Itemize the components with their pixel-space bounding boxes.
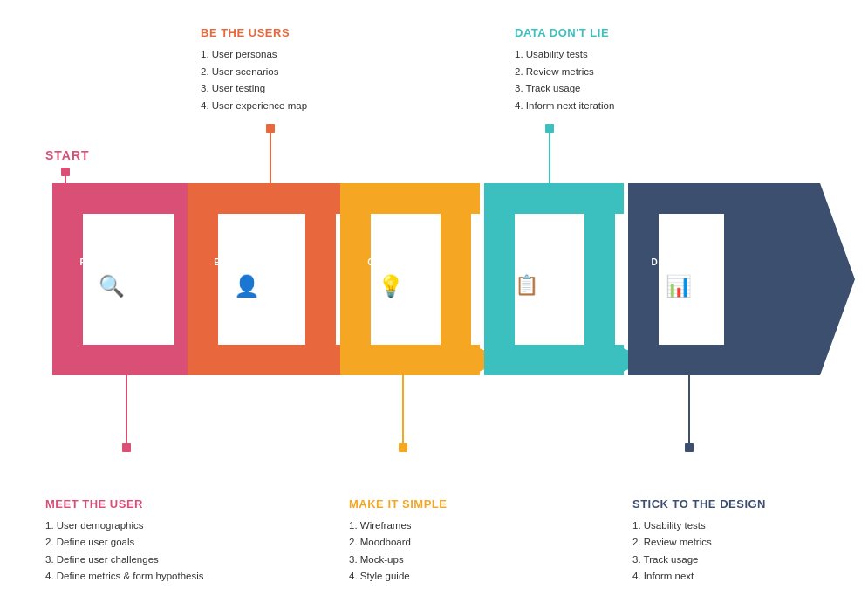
list-item: 2. Review metrics xyxy=(632,534,824,552)
svg-rect-47 xyxy=(685,443,694,452)
list-item: 2. Moodboard xyxy=(349,534,502,552)
list-item: 1. User personas xyxy=(201,46,307,64)
svg-rect-18 xyxy=(441,214,471,345)
svg-rect-33 xyxy=(628,183,755,214)
list-item: 3. Mock-ups xyxy=(349,552,502,569)
svg-rect-23 xyxy=(484,214,515,345)
svg-rect-7 xyxy=(52,345,205,375)
bottom-label-develop: STICK TO THE DESIGN 1. Usability tests 2… xyxy=(632,497,824,586)
list-item: 1. User demographics xyxy=(45,517,215,535)
top-label-test: DATA DON'T LIE 1. Usability tests 2. Rev… xyxy=(515,26,614,114)
list-item: 3. Track usage xyxy=(515,80,614,98)
list-item: 2. User scenarios xyxy=(201,64,307,81)
svg-rect-21 xyxy=(371,214,441,345)
svg-rect-24 xyxy=(584,214,615,345)
list-item: 3. Track usage xyxy=(632,552,824,569)
bottom-label-research-list: 1. User demographics 2. Define user goal… xyxy=(45,517,215,586)
list-item: 4. Style guide xyxy=(349,568,502,586)
svg-rect-37 xyxy=(266,124,275,133)
svg-rect-19 xyxy=(340,345,480,375)
start-label: START xyxy=(45,148,90,162)
list-item: 4. Define metrics & form hypothesis xyxy=(45,568,215,586)
svg-rect-45 xyxy=(399,443,407,452)
bottom-label-create-title: MAKE IT SIMPLE xyxy=(349,497,502,511)
list-item: 4. User experience map xyxy=(201,98,307,115)
svg-rect-32 xyxy=(724,214,755,345)
top-label-empathize: BE THE USERS 1. User personas 2. User sc… xyxy=(201,26,307,114)
list-item: 4. Inform next xyxy=(632,568,824,586)
svg-rect-25 xyxy=(484,345,624,375)
top-label-empathize-title: BE THE USERS xyxy=(201,26,307,39)
list-item: 4. Inform next iteration xyxy=(515,98,614,115)
list-item: 3. User testing xyxy=(201,80,307,98)
svg-rect-41 xyxy=(122,443,131,452)
list-item: 1. Wireframes xyxy=(349,517,502,535)
bottom-label-research-title: MEET THE USER xyxy=(45,497,215,511)
list-item: 1. Usability tests xyxy=(515,46,614,64)
svg-rect-27 xyxy=(515,214,584,345)
svg-rect-16 xyxy=(340,183,480,214)
svg-rect-14 xyxy=(188,214,218,345)
svg-rect-43 xyxy=(61,168,70,176)
svg-rect-17 xyxy=(340,214,371,345)
top-label-test-title: DATA DON'T LIE xyxy=(515,26,614,39)
list-item: 1. Usability tests xyxy=(632,517,824,535)
list-item: 2. Review metrics xyxy=(515,64,614,81)
top-label-test-list: 1. Usability tests 2. Review metrics 3. … xyxy=(515,46,614,114)
svg-marker-29 xyxy=(820,183,855,375)
bottom-label-create-list: 1. Wireframes 2. Moodboard 3. Mock-ups 4… xyxy=(349,517,502,586)
svg-rect-15 xyxy=(218,214,305,345)
svg-rect-22 xyxy=(484,183,624,214)
svg-rect-34 xyxy=(628,345,755,375)
svg-rect-9 xyxy=(83,214,174,345)
bottom-label-create: MAKE IT SIMPLE 1. Wireframes 2. Moodboar… xyxy=(349,497,502,586)
svg-rect-31 xyxy=(628,214,659,345)
diagram-container: START 01 RESEARCH 🔍 02 EMPATHIZE 👤 03 CR… xyxy=(0,0,868,610)
top-label-empathize-list: 1. User personas 2. User scenarios 3. Us… xyxy=(201,46,307,114)
bottom-label-research: MEET THE USER 1. User demographics 2. De… xyxy=(45,497,215,586)
svg-rect-12 xyxy=(188,345,340,375)
bottom-label-develop-list: 1. Usability tests 2. Review metrics 3. … xyxy=(632,517,824,586)
svg-rect-39 xyxy=(545,124,554,133)
list-item: 2. Define user goals xyxy=(45,534,215,552)
bottom-label-develop-title: STICK TO THE DESIGN xyxy=(632,497,824,511)
list-item: 3. Define user challenges xyxy=(45,552,215,569)
